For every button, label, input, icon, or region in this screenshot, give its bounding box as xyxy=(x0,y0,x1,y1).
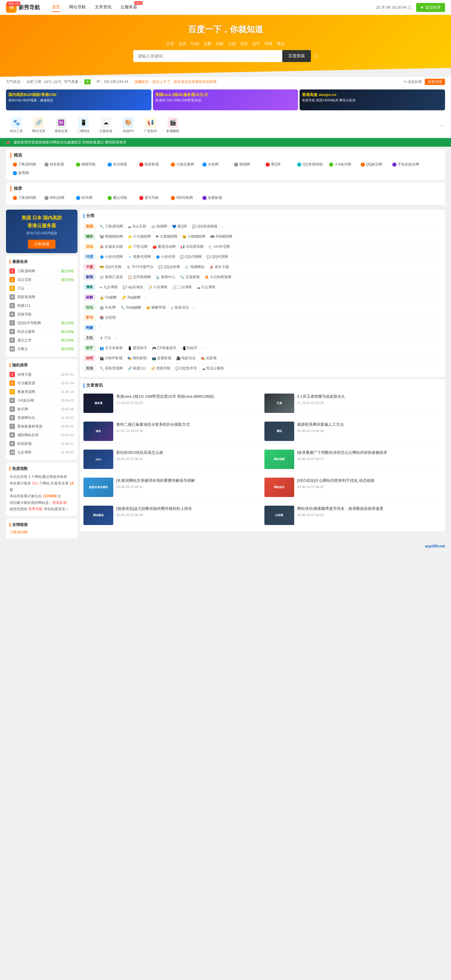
list-item[interactable]: 线报网 xyxy=(232,161,261,168)
list-item[interactable]: 程友影视 xyxy=(42,161,72,168)
cat-link[interactable]: 📚 当宣明 xyxy=(98,315,118,321)
list-item[interactable]: 爱Q库 xyxy=(263,161,293,168)
search-button[interactable]: 百度搜索 xyxy=(282,50,311,62)
cat-link[interactable]: 🛒 淘满网信 xyxy=(183,264,206,270)
tool-cloud[interactable]: ☁ 云服务器 xyxy=(95,116,116,135)
list-item[interactable]: 猫猫导航 xyxy=(74,161,103,168)
list-item[interactable]: 魔云导航 xyxy=(105,194,135,201)
list-item[interactable]: 4 小K娱乐网 20-06-23 xyxy=(10,396,74,405)
tool-more[interactable]: ⋯ xyxy=(440,122,445,129)
tool-id[interactable]: 🆔 身份证查 xyxy=(51,116,71,135)
cat-more[interactable]: › xyxy=(194,305,195,310)
cat-link[interactable]: 🗡 刀云 xyxy=(98,335,113,341)
sidebar-ad-btn[interactable]: 立即体验 xyxy=(28,240,56,249)
cat-link[interactable]: 📡 新闻中心 xyxy=(154,274,177,280)
list-item[interactable]: 七猫文案网 xyxy=(168,161,198,168)
cat-link[interactable]: 🎉 好薯友乐园 xyxy=(98,243,125,250)
list-item[interactable]: 6 资源网论坛 21-03-01 xyxy=(10,414,74,422)
cat-link[interactable]: 🃏 7573卡盟平台 xyxy=(124,264,156,270)
cat-more[interactable]: › xyxy=(116,336,117,340)
cat-link[interactable]: 🔷 小杰代理 xyxy=(154,254,177,260)
list-item[interactable]: 6 优推导航 xyxy=(10,310,74,319)
cat-link[interactable]: 🎮 456辅助网 xyxy=(208,234,234,240)
list-item[interactable]: 友问搭医 xyxy=(105,161,135,168)
list-item[interactable]: 5 鱼爪网 20-07-06 xyxy=(10,405,74,414)
list-item[interactable]: 陈家影视 xyxy=(137,161,167,168)
cat-link[interactable]: 💳 QQ代充网 xyxy=(98,264,123,270)
search-tab-stancku[interactable]: 站酷 xyxy=(216,41,224,46)
logo[interactable]: 导 新秀导航 新版上线 xyxy=(6,2,40,13)
cat-link[interactable]: 🔓 Go破解 xyxy=(98,294,119,301)
cat-link[interactable]: ⬜ 二白博客 xyxy=(170,284,194,290)
nav-cloud[interactable]: 云服务器 NEW xyxy=(121,3,137,12)
list-item[interactable]: 小A娱乐网 xyxy=(327,161,357,168)
search-input[interactable] xyxy=(133,50,282,62)
article-item[interactable]: 网站排名 [SEO优化]什么网站仍然有利于优化,动态链接 20-06-26 07… xyxy=(264,475,442,500)
list-item[interactable]: QQ资源情报 xyxy=(295,161,325,168)
tool-ps[interactable]: 🎨 在线PS xyxy=(118,116,139,135)
list-item[interactable]: 4 高陈资源网 xyxy=(10,293,74,301)
cat-link[interactable]: 💙 爱Q库 xyxy=(170,223,189,229)
list-item[interactable]: 10 九步博客 21-05-02 xyxy=(10,448,74,457)
list-item[interactable]: 爱乐导航 xyxy=(137,194,167,201)
ad-item-2[interactable]: 美国cera 2核4G服务器16元/月 香港E5 32G 20M CN2带宽1K… xyxy=(153,89,299,110)
footer-link[interactable]: 刀客源码网 xyxy=(10,530,27,534)
list-item[interactable]: 7 爱收集素材资源 20-06-25 xyxy=(10,422,74,431)
cat-link[interactable]: ☁ 行云博客 xyxy=(195,284,217,290)
cat-link[interactable]: 🌟 77生活网 xyxy=(126,243,149,250)
info-icon[interactable]: ⓘ xyxy=(313,53,318,59)
list-item[interactable]: 92号网 xyxy=(74,194,103,201)
cat-link[interactable]: 🔧 高陈资源网 xyxy=(98,365,125,371)
login-btn[interactable]: 游客登陆 xyxy=(425,79,445,85)
list-item[interactable]: 1 珍维卡盟 20-07-01 xyxy=(10,370,74,379)
article-item[interactable]: 按提长尾关键词 [长尾词网站关系键词布局的重要性解读与讲解 20-06-26 0… xyxy=(83,475,261,500)
cat-link[interactable]: 💬 QQ业务网 xyxy=(157,264,182,270)
list-item[interactable]: 8 恒达云服务 通过审核 xyxy=(10,327,74,336)
list-item[interactable]: 8 城际网站目录 20-07-01 xyxy=(10,431,74,439)
list-item[interactable]: 不知名娱乐网 xyxy=(390,161,421,168)
cat-link[interactable]: 🐱 小猫辅助网 xyxy=(180,234,207,240)
cat-link[interactable]: ⭐ 小七辅助网 xyxy=(126,234,152,240)
cat-link[interactable]: 🔍 百度新闻 xyxy=(178,274,202,280)
cat-link[interactable]: 💬 vip乐淘话 xyxy=(121,284,145,290)
list-item[interactable]: 刀客源码网 xyxy=(10,194,40,201)
nav-articles[interactable]: 文章资讯 xyxy=(95,3,111,12)
list-item[interactable]: 3 刀云 xyxy=(10,284,74,293)
cat-link[interactable]: 🀄 老长卡盟 xyxy=(208,264,231,270)
cat-link[interactable]: 🔗 链接111 xyxy=(126,365,148,371)
cat-link[interactable]: 🔧 3swg破解 xyxy=(119,304,143,311)
search-tab-zhihu[interactable]: 知乎 xyxy=(252,41,260,46)
list-item[interactable]: 99代挂网 xyxy=(42,194,72,201)
cat-link[interactable]: ☁ 乌云互联 xyxy=(126,223,148,229)
tool-sitemaster[interactable]: 🐾 站长工具 xyxy=(6,116,27,135)
ad-item-3[interactable]: 香港高速 wuvps.cn 美国专线 美国CERA机房 腾讯云机房 xyxy=(300,89,445,110)
article-item[interactable]: 网站地图 [收录量最广个招数告诉你怎么让网站内容快速被收录 20-06-26 0… xyxy=(264,447,442,472)
cat-link[interactable]: 📰 线报网 xyxy=(149,223,169,229)
list-item[interactable]: 刀客源码网 xyxy=(10,161,40,168)
tool-qrcode[interactable]: 📱 二维码生 xyxy=(73,116,94,135)
tool-ads[interactable]: 📢 广告制作 xyxy=(140,116,161,135)
cat-link[interactable]: 🐼 熊猫辅助网 xyxy=(98,234,125,240)
complain-btn[interactable]: ✎ 信息反馈 xyxy=(403,79,422,85)
nav-home[interactable]: 首页 xyxy=(52,3,60,12)
list-item[interactable]: 9 漫尘之术 通过审核 xyxy=(10,336,74,345)
article-item[interactable]: 网站建设 [链接优化]这几招教你如何爬外链轻松上排名 20-06-26 07:0… xyxy=(83,503,261,528)
cat-link[interactable]: 🎥 电影先生 xyxy=(175,355,198,361)
cat-link[interactable]: ☁ 恒达云服务 xyxy=(200,365,226,371)
cat-link[interactable]: 📺 追看影视 xyxy=(150,355,173,361)
cat-link[interactable]: 📢 活动资讯网 xyxy=(179,243,205,250)
cat-link[interactable]: 💬 QQ代测网 xyxy=(178,254,203,260)
cat-more[interactable]: › xyxy=(222,224,223,229)
search-tab-bing[interactable]: 必应 xyxy=(179,41,186,46)
cat-link[interactable]: 💬 QQ代理网 xyxy=(205,254,230,260)
article-item[interactable]: 服务器 香港cera 1核1G 10M带宽仅需10月 美国cera 868G10… xyxy=(83,391,261,415)
cat-link[interactable]: 📰 新闻汇滚道 xyxy=(98,274,125,280)
article-item[interactable]: SEO 新站的SEO优化应该怎么做 20-06-26 07:06:16 xyxy=(83,447,261,472)
cat-link[interactable]: 🔧 刀客源码网 xyxy=(98,223,125,229)
search-tab-qq[interactable]: 腾讯 xyxy=(277,41,285,46)
list-item[interactable]: 新秀网 xyxy=(10,170,40,177)
cat-more[interactable]: › xyxy=(99,325,100,329)
cat-link[interactable]: 🧭 优推导航 xyxy=(149,365,172,371)
article-item[interactable]: 腾讯 最新联系腾讯客服人工方法 20-06-30 15:06:30 xyxy=(264,419,442,444)
list-item[interactable]: 追看影视 xyxy=(200,194,230,201)
